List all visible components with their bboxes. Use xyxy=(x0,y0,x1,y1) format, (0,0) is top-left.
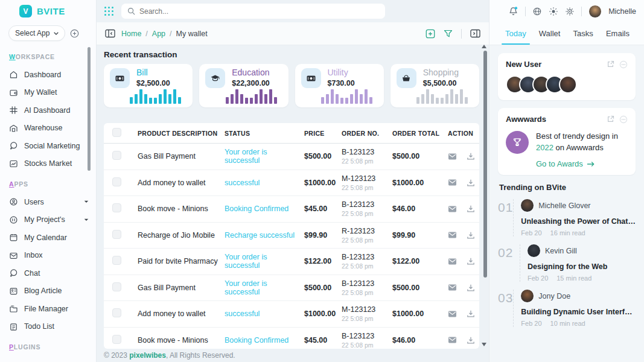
col-product-description[interactable]: PRODUCT DESCRIPTION xyxy=(138,130,225,137)
email-action-icon[interactable] xyxy=(448,205,457,213)
row-checkbox[interactable] xyxy=(112,230,121,239)
col-order-no[interactable]: ORDER NO. xyxy=(342,130,392,137)
language-globe-icon[interactable] xyxy=(532,7,542,16)
sidebar-collapse-icon[interactable] xyxy=(105,29,115,38)
email-action-icon[interactable] xyxy=(448,284,457,291)
expand-icon[interactable] xyxy=(607,60,614,68)
scroll-up-arrow[interactable] xyxy=(482,45,486,48)
post-title[interactable]: Designing for the Web xyxy=(528,262,636,271)
sidebar-item-stocks-market[interactable]: Stocks Market xyxy=(0,155,96,173)
table-row[interactable]: Book move - Minions Booking Confirmed $4… xyxy=(104,328,479,349)
select-app-dropdown[interactable]: Select App xyxy=(8,25,65,41)
sidebar-item-ai-dashboard[interactable]: AI Dashboard xyxy=(0,101,96,119)
theme-sun-icon[interactable] xyxy=(549,7,558,16)
tab-tasks[interactable]: Tasks xyxy=(573,22,593,45)
filter-icon[interactable] xyxy=(444,30,453,38)
email-action-icon[interactable] xyxy=(448,153,457,160)
col-order-total[interactable]: ORDER TOTAL xyxy=(392,130,448,137)
user-avatar[interactable] xyxy=(588,5,602,18)
expand-icon[interactable] xyxy=(607,115,614,123)
row-checkbox[interactable] xyxy=(112,335,121,344)
download-action-icon[interactable] xyxy=(467,231,475,240)
col-status[interactable]: STATUS xyxy=(225,130,304,137)
main-scrollbar[interactable] xyxy=(483,51,487,278)
sidebar-item-social-marketing[interactable]: Social Marketing xyxy=(0,137,96,155)
transaction-card-utility[interactable]: Utility $730.00 xyxy=(295,64,384,107)
go-to-awards-link[interactable]: Go to Awards xyxy=(536,159,628,168)
sidebar-item-users[interactable]: Users xyxy=(0,193,96,211)
email-action-icon[interactable] xyxy=(448,231,457,239)
email-action-icon[interactable] xyxy=(448,336,457,344)
download-action-icon[interactable] xyxy=(467,152,475,160)
table-row[interactable]: Gas Bill Payment Your order is successfu… xyxy=(104,275,479,302)
trending-item[interactable]: 01 Michelle Glover Unleashing the Power … xyxy=(498,199,636,237)
search-input[interactable] xyxy=(121,4,385,19)
main-area: Home / App / My wallet Recent transactio… xyxy=(97,0,489,362)
sidebar-item-file-manager[interactable]: File Manager xyxy=(0,300,96,318)
row-checkbox[interactable] xyxy=(112,282,121,291)
tab-today[interactable]: Today xyxy=(505,22,526,45)
sidebar-item-bootstrap-ui[interactable]: {B} Bootstrap UI xyxy=(0,356,96,362)
trending-item[interactable]: 03 Jony Doe Building Dynamic User Interf… xyxy=(498,290,636,327)
user-name[interactable]: Michelle xyxy=(608,7,636,16)
download-action-icon[interactable] xyxy=(467,310,475,318)
tab-wallet[interactable]: Wallet xyxy=(539,22,561,45)
order-total: $99.90 xyxy=(392,231,448,240)
download-action-icon[interactable] xyxy=(467,284,475,292)
scroll-down-arrow[interactable] xyxy=(482,343,486,346)
post-title[interactable]: Building Dynamic User Interfaces ... xyxy=(521,308,636,316)
brand-logo[interactable]: V BVITE xyxy=(0,0,96,22)
post-title[interactable]: Unleashing the Power of ChatGPT xyxy=(521,217,636,226)
download-action-icon[interactable] xyxy=(467,257,475,265)
sidebar-item-chat[interactable]: Chat xyxy=(0,264,96,282)
transaction-card-education[interactable]: Education $22,300.00 xyxy=(199,64,288,107)
more-options-icon[interactable] xyxy=(619,115,628,124)
add-button[interactable] xyxy=(426,29,435,39)
sidebar-item-dashboard[interactable]: Dashboard xyxy=(0,66,96,84)
row-checkbox[interactable] xyxy=(112,177,121,186)
row-checkbox[interactable] xyxy=(112,151,121,160)
sidebar-item-my-wallet[interactable]: My Wallet xyxy=(0,84,96,102)
order-time: 22 5:08 pm xyxy=(342,262,392,270)
sidebar-item-my-calendar[interactable]: My Calendar xyxy=(0,229,96,247)
project-icon xyxy=(9,215,18,224)
breadcrumb-app[interactable]: App xyxy=(152,30,165,38)
download-action-icon[interactable] xyxy=(467,179,475,187)
app-grid-icon[interactable] xyxy=(104,6,114,16)
email-action-icon[interactable] xyxy=(448,258,457,265)
sidebar-item-todo-list[interactable]: Todo List xyxy=(0,318,96,336)
transaction-card-shopping[interactable]: Shopping $5,500.00 xyxy=(391,64,479,107)
select-all-checkbox[interactable] xyxy=(112,128,121,137)
transaction-card-bill[interactable]: Bill $2,500.00 xyxy=(104,64,193,107)
footer-brand-link[interactable]: pixelwibes xyxy=(129,351,166,360)
table-row[interactable]: Recharge of Jio Mobile Recharge successf… xyxy=(104,223,479,249)
right-panel-toggle-icon[interactable] xyxy=(470,29,480,38)
notifications-bell-icon[interactable] xyxy=(508,6,518,16)
table-row[interactable]: Gas Bill Payment Your order is successfu… xyxy=(104,144,479,170)
col-price[interactable]: PRICE xyxy=(304,130,342,137)
table-row[interactable]: Paid for bvite Pharmacy Your order is su… xyxy=(104,249,479,275)
sidebar-item-inbox[interactable]: Inbox xyxy=(0,247,96,265)
breadcrumb-home[interactable]: Home xyxy=(121,30,141,38)
trending-item[interactable]: 02 Kevin Gill Designing for the Web Feb … xyxy=(498,244,636,282)
download-action-icon[interactable] xyxy=(467,205,475,213)
table-row[interactable]: Book move - Minions Booking Confirmed $4… xyxy=(104,196,479,223)
row-checkbox[interactable] xyxy=(112,203,121,212)
row-checkbox[interactable] xyxy=(112,308,121,317)
row-checkbox[interactable] xyxy=(112,256,121,265)
sidebar-item-warehouse[interactable]: Warehouse xyxy=(0,119,96,138)
blog-icon xyxy=(9,287,18,296)
email-action-icon[interactable] xyxy=(448,179,457,186)
more-options-icon[interactable] xyxy=(619,60,628,69)
email-action-icon[interactable] xyxy=(448,310,457,318)
sidebar-item-blog-article[interactable]: Blog Article xyxy=(0,282,96,300)
download-action-icon[interactable] xyxy=(467,336,475,345)
table-row[interactable]: Add money to wallet successful $1000.00 … xyxy=(104,301,479,328)
settings-gear-icon[interactable] xyxy=(565,7,575,16)
add-app-button[interactable] xyxy=(70,29,79,38)
user-avatar[interactable] xyxy=(559,75,577,94)
table-row[interactable]: Add money to wallet successful $1000.00 … xyxy=(104,170,479,197)
sidebar-scrollbar[interactable] xyxy=(88,47,91,171)
sidebar-item-my-projects[interactable]: My Project's xyxy=(0,211,96,229)
tab-emails[interactable]: Emails xyxy=(606,22,630,45)
